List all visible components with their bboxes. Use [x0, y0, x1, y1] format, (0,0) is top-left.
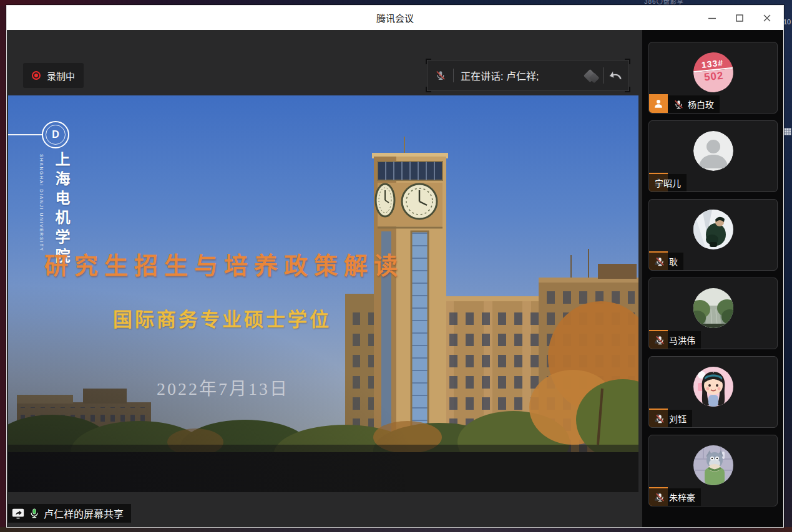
participant-label: 马洪伟 [649, 331, 701, 349]
participant-name: 杨白玫 [688, 98, 714, 110]
participant-label: 朱梓豪 [649, 488, 701, 506]
close-button[interactable] [753, 6, 781, 30]
avatar-room-card: 133# 502 [691, 51, 735, 94]
slide-date: 2022年7月13日 [157, 375, 289, 400]
participant-tile[interactable]: 133# 502 杨白玫 [648, 42, 778, 114]
minimize-icon [708, 14, 716, 22]
speaking-indicator: 正在讲话: 卢仁祥; [427, 60, 629, 91]
participant-tile[interactable]: 马洪伟 [648, 278, 778, 349]
university-logo: D [42, 121, 69, 148]
muted-mic-icon [673, 99, 684, 110]
undo-arrow-icon[interactable] [609, 68, 623, 83]
screen-share-icon [11, 506, 25, 520]
participant-label: 刘钰 [649, 410, 692, 427]
annotation-tools [585, 60, 623, 90]
desktop-number-label: 10 [783, 18, 791, 26]
recording-label: 录制中 [47, 69, 75, 82]
avatar-default-silhouette [693, 131, 733, 171]
muted-mic-icon [655, 492, 665, 503]
participant-name: 宁昭儿 [655, 177, 681, 189]
participant-avatar [693, 367, 733, 407]
window-controls [698, 6, 781, 30]
logo-rule-line [8, 134, 43, 135]
close-icon [763, 14, 771, 22]
recording-dot-icon [32, 71, 41, 80]
participant-tile[interactable]: 耿 [648, 199, 778, 271]
participant-list: 133# 502 杨白玫 [648, 42, 778, 513]
person-icon [652, 97, 665, 110]
meeting-window: 腾讯会议 录制中 [6, 5, 784, 528]
participant-label: 耿 [649, 253, 683, 270]
participant-sidebar: 133# 502 杨白玫 [642, 30, 783, 527]
participant-tile[interactable]: 朱梓豪 [648, 435, 778, 506]
participant-name: 刘钰 [669, 412, 687, 425]
avatar-room-line2: 502 [693, 68, 735, 94]
muted-mic-icon [435, 70, 446, 81]
window-title: 腾讯会议 [376, 11, 414, 24]
minimize-button[interactable] [698, 6, 726, 30]
avatar-cartoon-girl [693, 367, 733, 407]
screen-share-banner: 卢仁祥的屏幕共享 [8, 504, 131, 523]
maximize-button[interactable] [726, 6, 753, 30]
participant-avatar [693, 210, 733, 249]
participant-avatar [693, 131, 733, 171]
speaking-label: 正在讲话: 卢仁祥; [461, 68, 539, 83]
participant-label: 宁昭儿 [649, 174, 687, 191]
background-window-text: 386〇盘影享 [644, 0, 684, 4]
screen-share-label: 卢仁祥的屏幕共享 [44, 506, 124, 521]
maximize-icon [735, 14, 744, 22]
slide-title: 研究生招生与培养政策解读 [44, 246, 431, 281]
participant-avatar [693, 445, 733, 485]
muted-mic-icon [655, 256, 665, 267]
avatar-photo-river [693, 288, 733, 328]
presentation-slide: D 上海电机学院 SHANGHAI DIANJI UNIVERSITY 研究生招… [8, 95, 638, 492]
slide-subtitle: 国际商务专业硕士学位 [113, 304, 331, 332]
muted-mic-icon [655, 414, 665, 424]
participant-tile[interactable]: 刘钰 [648, 356, 778, 428]
desktop-grid-icon [784, 128, 791, 135]
muted-mic-icon [655, 335, 665, 346]
avatar-cartoon-cat [693, 445, 733, 485]
participant-name: 马洪伟 [669, 334, 695, 346]
participant-label: 杨白玫 [668, 95, 720, 113]
participant-name: 耿 [669, 255, 678, 268]
university-name-en: SHANGHAI DIANJI UNIVERSITY [39, 154, 44, 252]
recording-indicator[interactable]: 录制中 [23, 63, 84, 88]
divider [603, 67, 604, 84]
titlebar[interactable]: 腾讯会议 [7, 6, 783, 30]
profile-badge [649, 94, 668, 113]
app-body: 录制中 正在讲话: 卢仁祥; [7, 30, 783, 527]
campus-photo [8, 95, 638, 492]
shared-screen-area: 录制中 正在讲话: 卢仁祥; [7, 30, 642, 527]
active-mic-icon [29, 508, 40, 519]
avatar-photo-snow [693, 210, 733, 249]
desktop: 386〇盘影享 10 腾讯会议 [0, 0, 792, 532]
desktop-wallpaper-right: 10 [783, 6, 792, 532]
participant-tile[interactable]: 宁昭儿 [648, 120, 778, 192]
participant-name: 朱梓豪 [669, 491, 695, 503]
participant-avatar [693, 288, 733, 328]
divider [453, 69, 454, 82]
participant-avatar: 133# 502 [693, 52, 733, 92]
